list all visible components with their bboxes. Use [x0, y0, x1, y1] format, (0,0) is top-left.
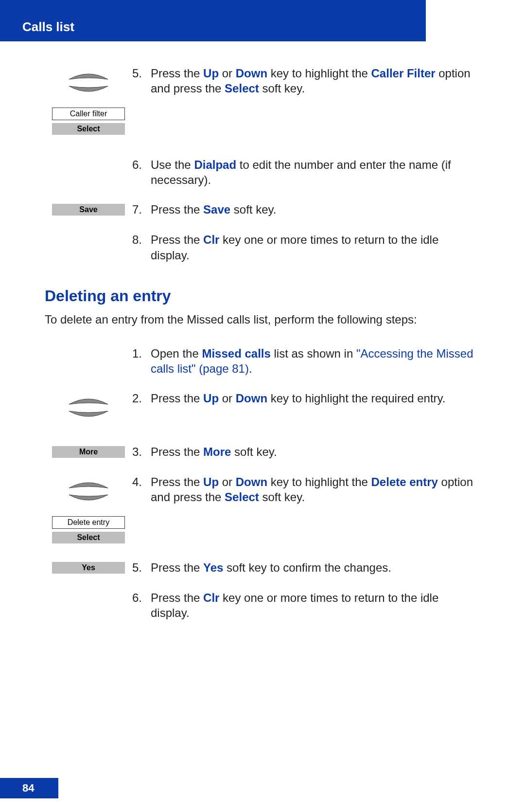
step-number: 3. — [132, 444, 151, 459]
step-number: 7. — [132, 202, 151, 217]
caller-filter-menu-item: Caller filter — [52, 108, 125, 120]
step-number: 5. — [132, 66, 151, 96]
step-text: Open the Missed calls list as shown in "… — [151, 346, 480, 376]
select-soft-key: Select — [52, 532, 125, 543]
step-number: 6. — [132, 157, 151, 187]
main-content: Caller filter Select 5. Press the Up or … — [45, 66, 480, 621]
step-number: 6. — [132, 590, 151, 620]
yes-soft-key: Yes — [52, 562, 125, 574]
section-heading: Deleting an entry — [45, 287, 480, 305]
page-header: Calls list — [0, 0, 426, 41]
step-number: 1. — [132, 346, 151, 376]
step-text: Press the Clr key one or more times to r… — [151, 590, 480, 620]
step-text: Press the Save soft key. — [151, 202, 480, 217]
step-number: 4. — [132, 474, 151, 505]
step-text: Use the Dialpad to edit the number and e… — [151, 157, 480, 187]
step-number: 2. — [132, 391, 151, 406]
step-text: Press the Up or Down key to highlight th… — [151, 66, 480, 96]
up-down-nav-icon — [59, 391, 118, 425]
step-text: Press the Up or Down key to highlight th… — [151, 474, 480, 505]
more-soft-key: More — [52, 446, 125, 458]
step-text: Press the Clr key one or more times to r… — [151, 232, 480, 262]
section-intro: To delete an entry from the Missed calls… — [45, 313, 480, 326]
up-down-nav-icon — [59, 66, 118, 100]
step-text: Press the More soft key. — [151, 444, 480, 459]
step-number: 5. — [132, 560, 151, 575]
step-number: 8. — [132, 232, 151, 262]
header-title: Calls list — [22, 19, 74, 34]
step-text: Press the Yes soft key to confirm the ch… — [151, 560, 480, 575]
select-soft-key: Select — [52, 123, 125, 135]
page-number: 84 — [0, 778, 58, 798]
step-text: Press the Up or Down key to highlight th… — [151, 391, 480, 406]
save-soft-key: Save — [52, 204, 125, 216]
delete-entry-menu-item: Delete entry — [52, 516, 125, 529]
up-down-nav-icon — [59, 474, 118, 508]
